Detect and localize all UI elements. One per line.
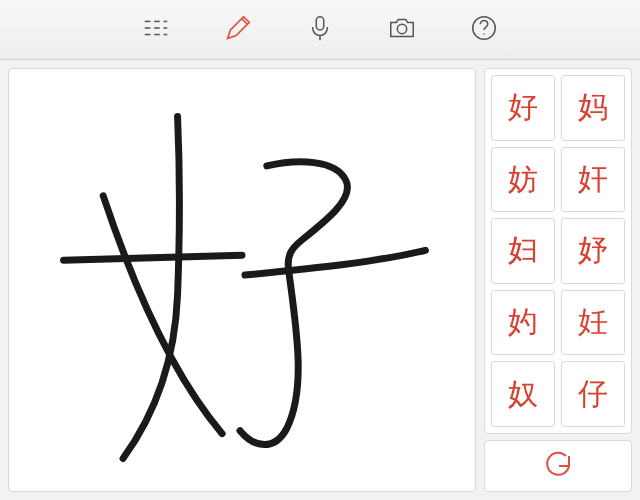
candidates-grid: 好 妈 妨 奸 妇 妤 妁 妊 奴 仔 [484, 68, 632, 434]
candidate-0[interactable]: 好 [491, 75, 555, 141]
handwriting-canvas[interactable] [8, 68, 476, 492]
svg-point-12 [397, 24, 406, 33]
camera-icon [387, 13, 417, 47]
candidate-9[interactable]: 仔 [561, 361, 625, 427]
help-button[interactable] [464, 10, 504, 50]
candidate-7[interactable]: 妊 [561, 290, 625, 356]
undo-icon [542, 448, 574, 484]
keyboard-icon [141, 13, 171, 47]
undo-button[interactable] [484, 440, 632, 492]
handwritten-strokes [9, 69, 475, 491]
voice-button[interactable] [300, 10, 340, 50]
camera-button[interactable] [382, 10, 422, 50]
keyboard-button[interactable] [136, 10, 176, 50]
candidate-8[interactable]: 奴 [491, 361, 555, 427]
candidate-2[interactable]: 妨 [491, 147, 555, 213]
handwriting-button[interactable] [218, 10, 258, 50]
candidate-6[interactable]: 妁 [491, 290, 555, 356]
candidates-panel: 好 妈 妨 奸 妇 妤 妁 妊 奴 仔 [484, 68, 632, 492]
input-mode-toolbar [0, 0, 640, 60]
pencil-icon [223, 13, 253, 47]
main-area: 好 妈 妨 奸 妇 妤 妁 妊 奴 仔 [0, 60, 640, 500]
microphone-icon [305, 13, 335, 47]
svg-point-14 [483, 33, 485, 35]
candidate-4[interactable]: 妇 [491, 218, 555, 284]
candidate-5[interactable]: 妤 [561, 218, 625, 284]
candidate-1[interactable]: 妈 [561, 75, 625, 141]
svg-rect-10 [316, 16, 324, 29]
candidate-3[interactable]: 奸 [561, 147, 625, 213]
help-icon [469, 13, 499, 47]
